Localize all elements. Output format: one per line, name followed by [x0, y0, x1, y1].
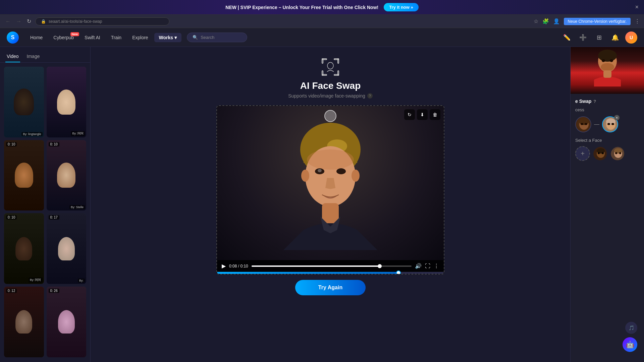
tool-header: AI Face Swap Supports video/image face-s…: [288, 57, 373, 99]
video-progress-fill: [252, 265, 380, 267]
face-arrow-icon: —: [594, 121, 599, 127]
list-item[interactable]: 0: 10: [4, 140, 44, 211]
browser-address-bar[interactable]: 🔒 seaart.ai/ai-tools/ai-face-swap: [35, 17, 169, 25]
svg-rect-19: [322, 203, 339, 223]
tab-video[interactable]: Video: [5, 51, 20, 62]
browser-back-button[interactable]: ←: [4, 17, 12, 26]
face-close-button[interactable]: ×: [614, 115, 620, 120]
video-viewport: ↻ ⬇ 🗑: [217, 106, 444, 260]
preview-person-svg: [591, 50, 624, 86]
target-face-wrap: ×: [602, 116, 618, 132]
face-option-2[interactable]: [610, 146, 625, 161]
list-item[interactable]: By: lingtangle: [4, 67, 44, 137]
main-navbar: S Home Cyberpub New Swift AI Train Explo…: [0, 28, 644, 47]
content-area: AI Face Swap Supports video/image face-s…: [91, 47, 570, 362]
video-time-display: 0:08 / 0:10: [229, 264, 248, 268]
video-seek-handle[interactable]: [396, 270, 401, 275]
video-more-button[interactable]: ⋮: [434, 263, 439, 269]
svg-point-15: [336, 168, 346, 174]
thumb-author: By: 阿阿: [29, 278, 43, 283]
video-fullscreen-button[interactable]: ⛶: [425, 263, 430, 269]
svg-point-24: [601, 63, 614, 71]
source-face-svg: [576, 117, 591, 132]
nav-plus-button[interactable]: ➕: [577, 32, 589, 44]
sidebar-thumbnail-grid: By: lingtangle By: 阿阿 0: 10 0: 10: [0, 63, 90, 361]
floating-audio-button[interactable]: 🎵: [625, 322, 637, 334]
nav-item-swiftai[interactable]: Swift AI: [80, 33, 105, 42]
video-face-svg: [283, 116, 377, 250]
nav-items: Home Cyberpub New Swift AI Train Explore…: [25, 33, 181, 42]
thumb-author: By:: [78, 279, 85, 283]
add-face-button[interactable]: +: [575, 146, 590, 161]
nav-pen-button[interactable]: ✏️: [561, 32, 573, 44]
browser-bookmark-button[interactable]: ☆: [534, 18, 538, 24]
nav-grid-button[interactable]: ⊞: [593, 32, 605, 44]
nav-search-bar[interactable]: 🔍 Search: [187, 33, 247, 42]
nav-bell-button[interactable]: 🔔: [609, 32, 621, 44]
thumb-duration: 0: 10: [6, 215, 17, 220]
list-item[interactable]: 0: 17 By:: [47, 213, 87, 284]
svg-point-42: [615, 152, 617, 154]
list-item[interactable]: By: 阿阿: [47, 67, 87, 137]
panel-help-icon[interactable]: ?: [593, 99, 596, 104]
browser-reload-button[interactable]: ↻: [25, 17, 33, 26]
svg-point-33: [611, 123, 614, 125]
nav-item-train[interactable]: Train: [106, 33, 126, 42]
nav-item-explore[interactable]: Explore: [127, 33, 153, 42]
svg-point-22: [602, 59, 605, 62]
svg-point-29: [585, 123, 587, 125]
video-controls-bar: ▶ 0:08 / 0:10 🔊 ⛶ ⋮: [217, 260, 444, 272]
svg-rect-25: [603, 70, 611, 78]
video-seek-bar[interactable]: [217, 272, 444, 274]
svg-point-43: [619, 152, 621, 154]
try-again-button[interactable]: Try Again: [295, 280, 366, 295]
thumb-author: By: lingtangle: [21, 132, 42, 136]
thumb-duration: 0: 17: [49, 215, 59, 220]
subtitle-help-icon[interactable]: ?: [367, 93, 373, 99]
banner-close-button[interactable]: ×: [635, 4, 639, 11]
banner-cta-button[interactable]: Try it now »: [384, 3, 419, 11]
svg-point-28: [581, 123, 583, 125]
thumb-duration: 0: 10: [49, 142, 59, 146]
video-progress-handle[interactable]: [378, 264, 382, 268]
video-progress-bar[interactable]: [252, 265, 412, 267]
right-panel: e Swap ? cess —: [570, 47, 644, 362]
video-seek-fill: [217, 272, 398, 274]
select-face-title: Select a Face: [575, 138, 639, 143]
sidebar-tabs: Video Image: [0, 47, 90, 63]
main-layout: Video Image By: lingtangle By: 阿阿 0: 10: [0, 47, 644, 362]
face-option-1[interactable]: [593, 146, 607, 161]
floating-ai-button[interactable]: 🤖: [623, 337, 637, 352]
site-logo[interactable]: S: [7, 32, 19, 44]
chrome-update-button[interactable]: Neue Chrome-Version verfügbar.: [564, 18, 631, 25]
list-item[interactable]: 0: 10 By: Stelle: [47, 140, 87, 211]
nav-item-cyberpub[interactable]: Cyberpub New: [49, 33, 78, 42]
works-label: Works: [159, 35, 173, 40]
list-item[interactable]: 0: 26: [47, 287, 87, 357]
tool-subtitle: Supports video/image face-swapping ?: [288, 93, 373, 99]
search-icon: 🔍: [193, 35, 198, 40]
nav-avatar[interactable]: U: [625, 32, 637, 44]
thumb-duration: 0: 10: [6, 142, 17, 146]
list-item[interactable]: 0: 10 By: 阿阿: [4, 213, 44, 284]
browser-menu-button[interactable]: ⋮: [635, 18, 640, 24]
browser-profile-button[interactable]: 👤: [553, 18, 560, 24]
svg-point-23: [610, 59, 613, 62]
browser-url: seaart.ai/ai-tools/ai-face-swap: [49, 19, 102, 24]
panel-title: e Swap ?: [575, 99, 639, 104]
video-play-button[interactable]: ▶: [222, 263, 226, 269]
browser-extensions-button[interactable]: 🧩: [542, 18, 549, 24]
tool-title: AI Face Swap: [288, 80, 373, 91]
video-volume-button[interactable]: 🔊: [415, 263, 422, 269]
cyberpub-new-badge: New: [70, 32, 79, 36]
banner-text: NEW | SVIP Experience – Unlock Your Free…: [225, 5, 378, 10]
browser-forward-button[interactable]: →: [15, 17, 23, 26]
list-item[interactable]: 0: 12: [4, 287, 44, 357]
browser-actions: ☆ 🧩 👤 Neue Chrome-Version verfügbar. ⋮: [534, 18, 640, 25]
svg-point-32: [607, 123, 610, 125]
nav-item-home[interactable]: Home: [25, 33, 47, 42]
face-option-2-svg: [611, 147, 625, 161]
nav-item-works[interactable]: Works ▾: [154, 33, 182, 42]
tab-image[interactable]: Image: [25, 51, 41, 62]
source-face-thumb[interactable]: [575, 116, 591, 132]
